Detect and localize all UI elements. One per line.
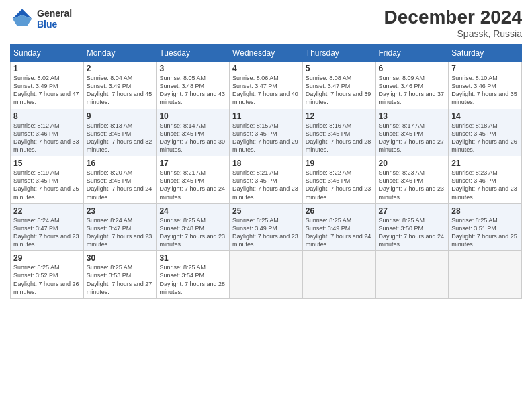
day-info: Sunrise: 8:16 AMSunset: 3:45 PMDaylight:… [306,122,371,153]
day-number: 8 [13,111,81,121]
calendar-day-cell: 7Sunrise: 8:10 AMSunset: 3:46 PMDaylight… [449,62,522,109]
day-number: 4 [232,64,300,73]
day-number: 16 [87,158,154,168]
day-info: Sunrise: 8:23 AMSunset: 3:46 PMDaylight:… [379,169,445,200]
calendar-weekday-sunday: Sunday [11,45,84,62]
calendar-day-cell: 19Sunrise: 8:22 AMSunset: 3:46 PMDayligh… [302,156,375,204]
calendar-day-cell: 26Sunrise: 8:25 AMSunset: 3:49 PMDayligh… [302,203,375,251]
calendar-day-cell: 25Sunrise: 8:25 AMSunset: 3:49 PMDayligh… [230,203,303,251]
calendar-day-cell: 15Sunrise: 8:19 AMSunset: 3:45 PMDayligh… [11,156,84,204]
calendar-day-cell: 10Sunrise: 8:14 AMSunset: 3:45 PMDayligh… [157,109,230,156]
subtitle: Spassk, Russia [384,28,522,39]
day-number: 27 [379,206,446,216]
day-number: 13 [379,111,446,121]
calendar-week-row: 22Sunrise: 8:24 AMSunset: 3:47 PMDayligh… [11,203,522,251]
day-info: Sunrise: 8:12 AMSunset: 3:46 PMDaylight:… [13,122,79,153]
day-number: 14 [451,111,519,121]
day-number: 21 [451,158,519,168]
day-info: Sunrise: 8:25 AMSunset: 3:53 PMDaylight:… [87,264,152,295]
page-header: General Blue December 2024 Spassk, Russi… [10,7,522,39]
day-info: Sunrise: 8:21 AMSunset: 3:45 PMDaylight:… [159,169,225,200]
calendar-day-cell: 16Sunrise: 8:20 AMSunset: 3:45 PMDayligh… [83,156,157,204]
main-title: December 2024 [384,7,522,28]
calendar-weekday-wednesday: Wednesday [230,45,303,62]
day-number: 23 [87,206,154,216]
calendar-empty-cell [375,251,449,299]
calendar-day-cell: 8Sunrise: 8:12 AMSunset: 3:46 PMDaylight… [11,109,84,156]
calendar-weekday-saturday: Saturday [449,45,522,62]
day-info: Sunrise: 8:25 AMSunset: 3:52 PMDaylight:… [13,264,79,295]
day-info: Sunrise: 8:04 AMSunset: 3:49 PMDaylight:… [87,75,152,105]
day-info: Sunrise: 8:25 AMSunset: 3:54 PMDaylight:… [159,264,225,295]
calendar-day-cell: 9Sunrise: 8:13 AMSunset: 3:45 PMDaylight… [83,109,157,156]
calendar-day-cell: 2Sunrise: 8:04 AMSunset: 3:49 PMDaylight… [83,62,157,109]
calendar-week-row: 8Sunrise: 8:12 AMSunset: 3:46 PMDaylight… [11,109,522,156]
day-info: Sunrise: 8:25 AMSunset: 3:51 PMDaylight:… [451,217,517,248]
day-number: 10 [159,111,226,121]
calendar-day-cell: 27Sunrise: 8:25 AMSunset: 3:50 PMDayligh… [375,203,449,251]
day-number: 18 [232,158,300,168]
day-info: Sunrise: 8:22 AMSunset: 3:46 PMDaylight:… [306,169,371,200]
day-info: Sunrise: 8:21 AMSunset: 3:45 PMDaylight:… [232,169,298,200]
day-info: Sunrise: 8:18 AMSunset: 3:45 PMDaylight:… [451,122,517,153]
day-number: 30 [87,253,154,263]
calendar-day-cell: 6Sunrise: 8:09 AMSunset: 3:46 PMDaylight… [375,62,449,109]
calendar-empty-cell [302,251,375,299]
calendar-day-cell: 11Sunrise: 8:15 AMSunset: 3:45 PMDayligh… [230,109,303,156]
calendar-day-cell: 12Sunrise: 8:16 AMSunset: 3:45 PMDayligh… [302,109,375,156]
calendar-table: SundayMondayTuesdayWednesdayThursdayFrid… [10,44,522,299]
day-number: 24 [159,206,226,216]
day-info: Sunrise: 8:25 AMSunset: 3:49 PMDaylight:… [306,217,371,248]
day-info: Sunrise: 8:09 AMSunset: 3:46 PMDaylight:… [379,75,445,105]
day-info: Sunrise: 8:02 AMSunset: 3:49 PMDaylight:… [13,75,79,105]
day-info: Sunrise: 8:24 AMSunset: 3:47 PMDaylight:… [13,217,79,248]
day-number: 6 [379,64,446,73]
calendar-day-cell: 21Sunrise: 8:23 AMSunset: 3:46 PMDayligh… [449,156,522,204]
calendar-day-cell: 31Sunrise: 8:25 AMSunset: 3:54 PMDayligh… [157,251,230,299]
day-number: 7 [451,64,519,73]
calendar-day-cell: 20Sunrise: 8:23 AMSunset: 3:46 PMDayligh… [375,156,449,204]
day-info: Sunrise: 8:23 AMSunset: 3:46 PMDaylight:… [451,169,517,200]
calendar-day-cell: 3Sunrise: 8:05 AMSunset: 3:48 PMDaylight… [157,62,230,109]
day-number: 31 [159,253,226,263]
logo: General Blue [10,7,72,31]
calendar-day-cell: 14Sunrise: 8:18 AMSunset: 3:45 PMDayligh… [449,109,522,156]
day-number: 29 [13,253,81,263]
day-number: 17 [159,158,226,168]
day-number: 20 [379,158,446,168]
calendar-weekday-monday: Monday [83,45,157,62]
day-number: 26 [306,206,373,216]
day-info: Sunrise: 8:06 AMSunset: 3:47 PMDaylight:… [232,75,298,105]
calendar-weekday-tuesday: Tuesday [157,45,230,62]
day-number: 9 [87,111,154,121]
page-container: General Blue December 2024 Spassk, Russi… [0,0,532,306]
day-number: 19 [306,158,373,168]
calendar-day-cell: 30Sunrise: 8:25 AMSunset: 3:53 PMDayligh… [83,251,157,299]
day-info: Sunrise: 8:15 AMSunset: 3:45 PMDaylight:… [232,122,298,153]
calendar-day-cell: 23Sunrise: 8:24 AMSunset: 3:47 PMDayligh… [83,203,157,251]
calendar-header-row: SundayMondayTuesdayWednesdayThursdayFrid… [11,45,522,62]
calendar-day-cell: 17Sunrise: 8:21 AMSunset: 3:45 PMDayligh… [157,156,230,204]
calendar-empty-cell [230,251,303,299]
day-info: Sunrise: 8:08 AMSunset: 3:47 PMDaylight:… [306,75,371,105]
calendar-day-cell: 28Sunrise: 8:25 AMSunset: 3:51 PMDayligh… [449,203,522,251]
day-info: Sunrise: 8:24 AMSunset: 3:47 PMDaylight:… [87,217,152,248]
day-number: 11 [232,111,300,121]
day-info: Sunrise: 8:17 AMSunset: 3:45 PMDaylight:… [379,122,445,153]
title-block: December 2024 Spassk, Russia [384,7,522,39]
day-info: Sunrise: 8:13 AMSunset: 3:45 PMDaylight:… [87,122,152,153]
day-number: 12 [306,111,373,121]
day-info: Sunrise: 8:10 AMSunset: 3:46 PMDaylight:… [451,75,517,105]
calendar-weekday-thursday: Thursday [302,45,375,62]
day-number: 15 [13,158,81,168]
calendar-empty-cell [449,251,522,299]
calendar-day-cell: 22Sunrise: 8:24 AMSunset: 3:47 PMDayligh… [11,203,84,251]
day-info: Sunrise: 8:25 AMSunset: 3:50 PMDaylight:… [379,217,445,248]
day-info: Sunrise: 8:14 AMSunset: 3:45 PMDaylight:… [159,122,225,153]
day-number: 1 [13,64,81,73]
day-number: 22 [13,206,81,216]
calendar-week-row: 15Sunrise: 8:19 AMSunset: 3:45 PMDayligh… [11,156,522,204]
calendar-day-cell: 24Sunrise: 8:25 AMSunset: 3:48 PMDayligh… [157,203,230,251]
calendar-day-cell: 4Sunrise: 8:06 AMSunset: 3:47 PMDaylight… [230,62,303,109]
logo-icon [10,7,34,31]
